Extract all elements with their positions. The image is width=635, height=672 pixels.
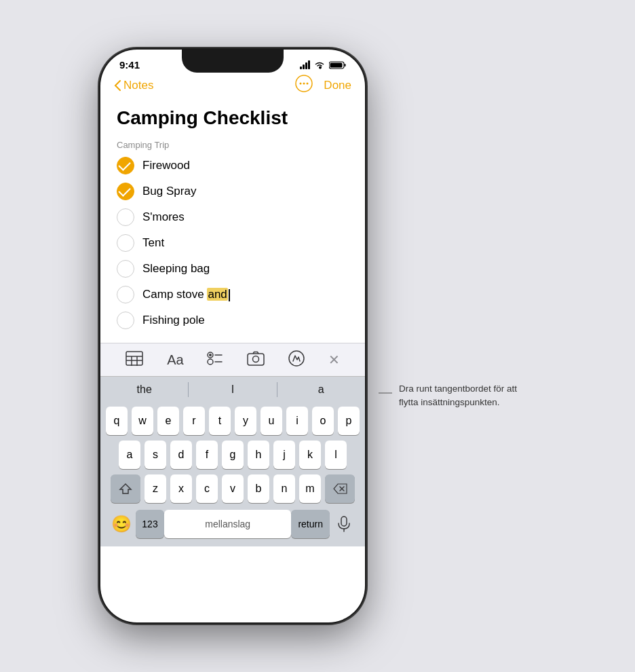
list-item: Bug Spray [117, 183, 349, 200]
more-button[interactable] [295, 75, 313, 96]
microphone-icon [337, 516, 351, 532]
key-t[interactable]: t [209, 407, 231, 435]
status-icons [300, 60, 346, 69]
item-text-5[interactable]: Sleeping bag [142, 262, 210, 276]
list-item: Fishing pole [117, 312, 349, 329]
key-x[interactable]: x [170, 474, 192, 503]
keyboard-row-4: 😊 123 mellanslag return [103, 508, 362, 544]
section-label: Camping Trip [117, 140, 349, 150]
notch [182, 50, 284, 73]
numbers-key[interactable]: 123 [136, 510, 164, 538]
battery-icon [329, 61, 346, 69]
table-icon[interactable] [126, 351, 143, 369]
key-e[interactable]: e [157, 407, 179, 435]
list-item: Sleeping bag [117, 260, 349, 278]
check-circle-1[interactable] [117, 157, 134, 174]
key-z[interactable]: z [145, 474, 166, 503]
emoji-key[interactable]: 😊 [107, 510, 136, 538]
key-u[interactable]: u [261, 407, 282, 435]
item-text-4[interactable]: Tent [142, 236, 164, 250]
key-n[interactable]: n [273, 474, 295, 503]
return-key[interactable]: return [291, 510, 330, 538]
annotation-text: Dra runt tangentbordet för att flytta in… [399, 382, 535, 410]
predictive-word-3[interactable]: a [277, 382, 365, 397]
predictive-text-bar: the I a [100, 376, 365, 403]
svg-point-13 [209, 354, 212, 356]
check-circle-7[interactable] [117, 312, 134, 329]
delete-icon [332, 483, 347, 494]
check-circle-3[interactable] [117, 208, 134, 226]
list-item: Camp stove and [117, 286, 349, 303]
key-b[interactable]: b [248, 474, 269, 503]
more-icon [295, 75, 313, 92]
check-circle-5[interactable] [117, 260, 134, 278]
shift-icon [119, 483, 132, 495]
key-h[interactable]: h [248, 441, 269, 469]
signal-bars-icon [300, 60, 310, 69]
key-p[interactable]: p [338, 407, 360, 435]
key-v[interactable]: v [222, 474, 244, 503]
key-m[interactable]: m [299, 474, 321, 503]
formatting-toolbar: Aa [100, 343, 365, 376]
status-time: 9:41 [119, 59, 140, 71]
key-r[interactable]: r [183, 407, 205, 435]
note-content: Camping Checklist Camping Trip Firewood … [100, 102, 365, 329]
item-text-6[interactable]: Camp stove and [142, 288, 230, 301]
keyboard: q w e r t y u i o p a s d f g h j k [100, 403, 365, 546]
svg-point-5 [303, 83, 305, 85]
item-text-1[interactable]: Firewood [142, 159, 190, 172]
list-item: Firewood [117, 157, 349, 174]
back-label: Notes [123, 79, 153, 92]
svg-rect-22 [341, 517, 347, 526]
item-text-3[interactable]: S'mores [142, 210, 185, 224]
svg-point-4 [300, 83, 302, 85]
key-i[interactable]: i [286, 407, 308, 435]
check-circle-4[interactable] [117, 234, 134, 252]
camera-icon[interactable] [247, 351, 265, 369]
svg-rect-2 [345, 64, 346, 67]
back-button[interactable]: Notes [114, 79, 153, 92]
back-chevron-icon [114, 80, 121, 91]
markup-icon[interactable] [288, 350, 305, 369]
keyboard-row-1: q w e r t y u i o p [103, 407, 362, 435]
key-g[interactable]: g [222, 441, 244, 469]
shift-key[interactable] [111, 474, 140, 503]
item-text-2[interactable]: Bug Spray [142, 185, 196, 198]
key-w[interactable]: w [132, 407, 153, 435]
key-c[interactable]: c [196, 474, 218, 503]
space-key[interactable]: mellanslag [164, 510, 291, 538]
note-title[interactable]: Camping Checklist [117, 107, 349, 129]
key-j[interactable]: j [273, 441, 295, 469]
delete-key[interactable] [325, 474, 355, 503]
svg-point-18 [253, 356, 259, 362]
annotation-line-icon [379, 386, 392, 400]
list-item: S'mores [117, 208, 349, 226]
check-circle-6[interactable] [117, 286, 134, 303]
keyboard-row-3: z x c v b n m [103, 474, 362, 503]
nav-actions: Done [295, 75, 351, 96]
svg-rect-17 [248, 354, 264, 365]
predictive-word-1[interactable]: the [100, 382, 188, 397]
list-item: Tent [117, 234, 349, 252]
checklist-icon[interactable] [207, 351, 223, 369]
close-keyboard-icon[interactable]: ✕ [328, 352, 340, 368]
key-f[interactable]: f [196, 441, 218, 469]
key-a[interactable]: a [119, 441, 140, 469]
key-o[interactable]: o [312, 407, 334, 435]
key-y[interactable]: y [235, 407, 256, 435]
done-button[interactable]: Done [324, 79, 351, 92]
key-l[interactable]: l [325, 441, 347, 469]
key-q[interactable]: q [106, 407, 128, 435]
format-text-icon[interactable]: Aa [167, 352, 183, 368]
highlighted-text: and [207, 288, 227, 301]
item-text-7[interactable]: Fishing pole [142, 314, 205, 327]
svg-point-15 [208, 359, 213, 365]
key-d[interactable]: d [170, 441, 192, 469]
key-k[interactable]: k [299, 441, 321, 469]
check-circle-2[interactable] [117, 183, 134, 200]
svg-rect-7 [126, 352, 142, 365]
text-cursor [229, 289, 230, 301]
predictive-word-2[interactable]: I [189, 382, 276, 397]
mic-key[interactable] [330, 510, 358, 538]
key-s[interactable]: s [145, 441, 166, 469]
